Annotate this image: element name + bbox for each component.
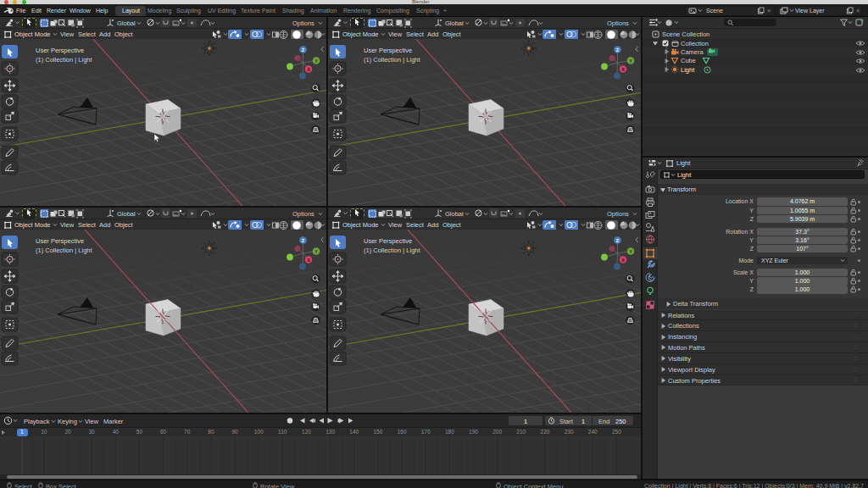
svg-text:User Perspective: User Perspective	[364, 237, 412, 245]
svg-text:(1) Collection | Light: (1) Collection | Light	[364, 56, 420, 64]
svg-text:Y: Y	[629, 249, 632, 254]
svg-text:(1) Collection | Light: (1) Collection | Light	[36, 56, 92, 64]
svg-text:Inc: Inc	[502, 213, 506, 217]
svg-text:Inc: Inc	[174, 213, 178, 217]
svg-text:Inc: Inc	[502, 22, 506, 26]
svg-text:Y: Y	[629, 58, 632, 64]
svg-text:User Perspective: User Perspective	[364, 47, 412, 54]
svg-text:Inc: Inc	[174, 22, 178, 26]
svg-text:X: X	[621, 258, 625, 263]
svg-text:User Perspective: User Perspective	[36, 47, 84, 54]
svg-text:(1) Collection | Light: (1) Collection | Light	[36, 247, 92, 254]
svg-text:Y: Y	[314, 249, 318, 254]
svg-text:(1) Collection | Light: (1) Collection | Light	[364, 247, 420, 254]
svg-text:X: X	[307, 67, 310, 72]
svg-text:X: X	[621, 67, 625, 72]
svg-text:User Perspective: User Perspective	[36, 237, 84, 245]
svg-text:Y: Y	[314, 58, 318, 64]
svg-text:X: X	[307, 258, 310, 263]
